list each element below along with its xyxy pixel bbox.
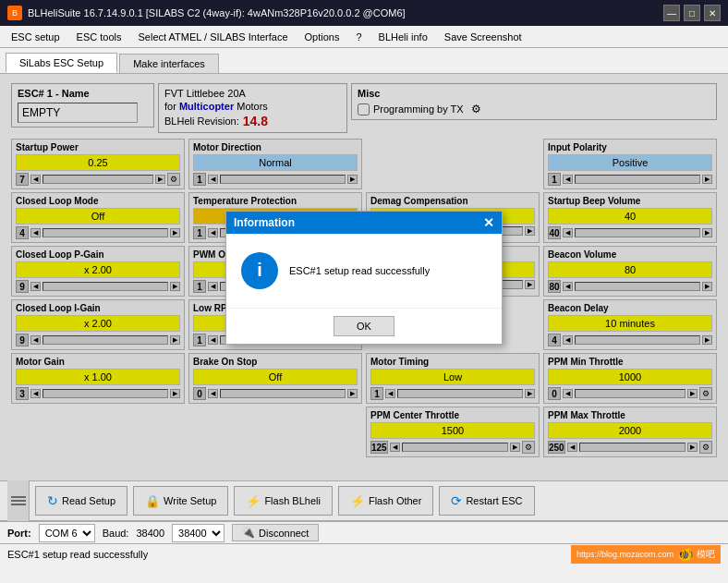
port-select[interactable]: COM 6	[39, 524, 95, 542]
modal-title: Information	[234, 216, 295, 229]
minimize-button[interactable]: —	[663, 5, 680, 21]
baud-select[interactable]: 38400	[172, 524, 224, 542]
menu-options[interactable]: Options	[297, 30, 347, 44]
watermark-fish-icon: 🐠	[677, 547, 693, 562]
close-button[interactable]: ✕	[704, 5, 721, 21]
sidebar-toggle[interactable]	[7, 480, 30, 521]
restart-esc-icon: ⟳	[451, 493, 462, 508]
bottom-status: ESC#1 setup read successfully https://bl…	[0, 543, 728, 564]
modal-body: i ESC#1 setup read successfully	[226, 234, 502, 308]
status-bar: Port: COM 6 Baud: 38400 38400 🔌 Disconne…	[0, 521, 728, 543]
read-setup-button[interactable]: ↻ Read Setup	[35, 486, 127, 516]
port-label: Port:	[7, 528, 31, 539]
write-setup-button[interactable]: 🔒 Write Setup	[133, 486, 228, 516]
modal-titlebar: Information ✕	[226, 212, 502, 234]
menu-esc-setup[interactable]: ESC setup	[4, 30, 67, 44]
main-content: ESC# 1 - Name FVT Littlebee 20A for Mult…	[0, 74, 728, 480]
read-setup-icon: ↻	[47, 493, 58, 508]
action-bar: ↻ Read Setup 🔒 Write Setup ⚡ Flash BLhel…	[0, 480, 728, 521]
restart-esc-button[interactable]: ⟳ Restart ESC	[439, 486, 534, 516]
modal-message: ESC#1 setup read successfully	[289, 265, 430, 276]
write-setup-icon: 🔒	[145, 494, 160, 508]
watermark-site: 模吧	[697, 548, 715, 561]
tab-silabs-esc-setup[interactable]: SiLabs ESC Setup	[6, 53, 117, 73]
status-message: ESC#1 setup read successfully	[7, 549, 148, 560]
flash-blheli-button[interactable]: ⚡ Flash BLheli	[234, 486, 333, 516]
modal-close-button[interactable]: ✕	[483, 215, 494, 230]
menu-esc-tools[interactable]: ESC tools	[69, 30, 129, 44]
modal-ok-button[interactable]: OK	[334, 316, 394, 336]
modal-footer: OK	[226, 308, 502, 344]
watermark: https://blog.mozacom.com 🐠 模吧	[571, 545, 721, 564]
information-dialog: Information ✕ i ESC#1 setup read success…	[225, 211, 503, 345]
title-bar: B BLHeliSuite 16.7.14.9.0.1 [SILABS C2 (…	[0, 0, 728, 26]
watermark-url: https://blog.mozacom.com	[576, 550, 673, 559]
flash-other-button[interactable]: ⚡ Flash Other	[338, 486, 433, 516]
app-icon: B	[7, 6, 22, 20]
tab-make-interfaces[interactable]: Make interfaces	[119, 54, 219, 73]
menu-help[interactable]: ?	[348, 30, 369, 44]
modal-overlay: Information ✕ i ESC#1 setup read success…	[0, 74, 728, 480]
baud-label: Baud:	[103, 528, 129, 539]
baud-value: 38400	[136, 528, 164, 539]
tab-bar: SiLabs ESC Setup Make interfaces	[0, 48, 728, 74]
menu-select-interface[interactable]: Select ATMEL / SILABS Interface	[131, 30, 296, 44]
menu-blheli-info[interactable]: BLHeli info	[371, 30, 435, 44]
menu-save-screenshot[interactable]: Save Screenshot	[437, 30, 529, 44]
flash-blheli-icon: ⚡	[246, 494, 261, 508]
info-icon: i	[241, 252, 278, 289]
disconnect-button[interactable]: 🔌 Disconnect	[232, 524, 319, 541]
maximize-button[interactable]: □	[684, 5, 700, 21]
app-title: BLHeliSuite 16.7.14.9.0.1 [SILABS C2 (4w…	[28, 7, 406, 18]
disconnect-icon: 🔌	[242, 527, 255, 539]
flash-other-icon: ⚡	[350, 494, 365, 508]
menu-bar: ESC setup ESC tools Select ATMEL / SILAB…	[0, 26, 728, 48]
